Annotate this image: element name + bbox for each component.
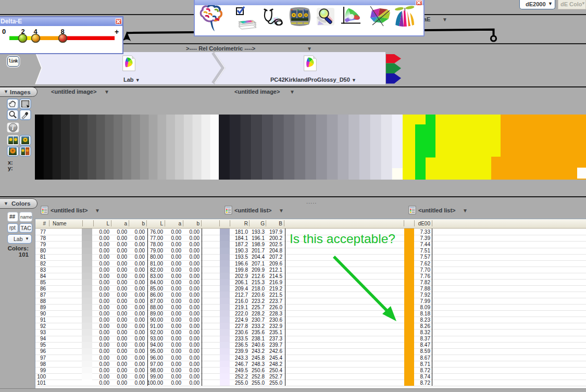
svg-text:+: + [115, 28, 119, 36]
svg-text:0: 0 [2, 28, 6, 35]
svg-text:i: i [12, 124, 14, 132]
